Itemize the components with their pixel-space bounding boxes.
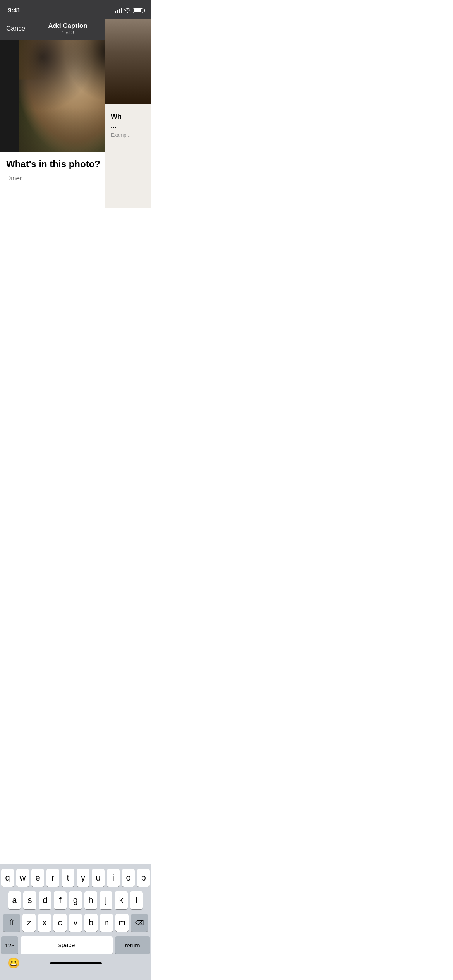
second-photo-image	[105, 19, 151, 104]
status-icons	[115, 8, 143, 13]
second-screen-panel: Wh... Examp...	[105, 19, 151, 208]
nav-center: Add Caption 1 of 3	[48, 22, 88, 36]
second-screen-prompt: Wh...	[108, 108, 148, 132]
status-bar: 9:41	[0, 0, 151, 19]
nav-title: Add Caption	[48, 22, 88, 30]
nav-subtitle: 1 of 3	[48, 30, 88, 36]
second-screen-hint: Examp...	[108, 132, 148, 138]
wifi-icon	[124, 8, 130, 13]
signal-icon	[115, 8, 122, 13]
cancel-button[interactable]: Cancel	[6, 25, 27, 33]
status-time: 9:41	[8, 7, 21, 14]
battery-icon	[133, 8, 143, 13]
